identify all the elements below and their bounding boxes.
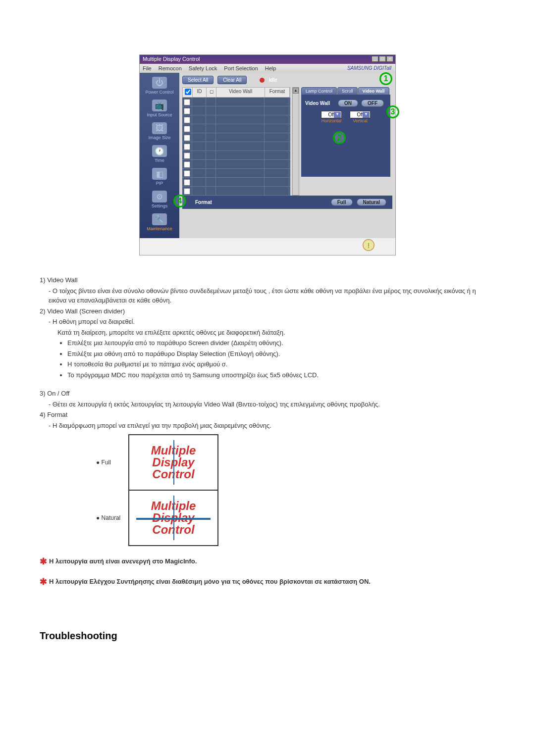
mdc-window: Multiple Display Control _ □ × File Remo… (139, 54, 396, 255)
chevron-down-icon: ▼ (334, 112, 341, 118)
clear-all-button[interactable]: Clear All (217, 76, 247, 84)
sidebar-item-power-control[interactable]: ⏻Power Control (140, 76, 179, 99)
sidebar: ⏻Power Control 📺Input Source 🖼Image Size… (140, 73, 179, 238)
scrollbar[interactable]: ▲ (292, 87, 299, 196)
chevron-down-icon: ▼ (363, 112, 370, 118)
menu-help[interactable]: Help (265, 65, 276, 71)
note-1: ✱Η λειτουργία αυτή είναι ανενεργή στο Ma… (40, 555, 495, 568)
sidebar-item-pip[interactable]: ◧PIP (140, 167, 179, 190)
item-4-text: - Η διαμόρφωση μπορεί να επιλεγεί για τη… (49, 421, 495, 431)
natural-button[interactable]: Natural (357, 199, 386, 206)
window-title: Multiple Display Control (143, 56, 200, 62)
callout-2: 2 (333, 131, 346, 144)
header-check[interactable] (183, 88, 193, 97)
format-natural-image: Multiple Display Control (136, 496, 211, 540)
vertical-label: Vertical (350, 118, 371, 123)
table-row[interactable] (182, 151, 290, 160)
item-1-text: - Ο τοίχος βίντεο είναι ένα σύνολο οθονώ… (49, 286, 495, 305)
table-row[interactable] (182, 124, 290, 133)
format-table: Full Multiple Display Control Natural (89, 434, 218, 546)
format-full-image: Multiple Display Control (136, 440, 211, 485)
note-2: ✱Η λειτουργία Ελέγχου Συντήρησης είναι δ… (40, 575, 495, 589)
header-format: Format (265, 88, 290, 97)
warning-icon: ! (362, 238, 375, 252)
input-icon: 📺 (152, 100, 167, 111)
table-row[interactable] (182, 160, 290, 169)
item-2-bullet-1: Επιλέξτε μια λειτουργία από το παράθυρο … (67, 338, 495, 348)
callout-4: 4 (173, 195, 186, 207)
format-full-label: Full (89, 435, 129, 490)
item-2-text-1: - Η οθόνη μπορεί να διαιρεθεί. (49, 317, 495, 327)
sidebar-item-time[interactable]: 🕐Time (140, 144, 179, 167)
item-3-text: - Θέτει σε λειτουργία ή εκτός λειτουργία… (49, 400, 495, 409)
item-4-heading: 4) Format (40, 410, 495, 420)
table-row[interactable] (182, 133, 290, 142)
right-panel: Lamp Control Scroll Video Wall 1 Video W… (301, 87, 390, 196)
item-2-heading: 2) Video Wall (Screen divider) (40, 306, 495, 316)
idle-indicator-icon (260, 78, 265, 83)
menu-file[interactable]: File (143, 65, 152, 71)
minimize-button[interactable]: _ (372, 56, 378, 62)
status-bar: ! (140, 238, 395, 255)
item-2-bullet-2: Επιλέξτε μια οθόνη από το παράθυρο Displ… (67, 349, 495, 359)
full-button[interactable]: Full (331, 199, 353, 206)
image-size-icon: 🖼 (152, 122, 167, 134)
idle-label: Idle (268, 77, 277, 83)
menu-safety-lock[interactable]: Safety Lock (189, 65, 217, 71)
video-wall-label: Video Wall (305, 101, 335, 106)
power-icon: ⏻ (152, 77, 167, 89)
format-label: Format (195, 200, 212, 205)
item-1-heading: 1) Video Wall (40, 275, 495, 285)
tab-video-wall[interactable]: Video Wall (358, 87, 389, 95)
svg-text:!: ! (367, 241, 370, 250)
header-video-wall: Video Wall (216, 88, 265, 97)
header-icon: ◻ (207, 88, 216, 97)
header-id: ID (193, 88, 207, 97)
on-button[interactable]: ON (338, 100, 358, 107)
tab-scroll[interactable]: Scroll (337, 87, 358, 95)
settings-icon: ⚙ (152, 191, 167, 202)
sidebar-item-maintenance[interactable]: 🔧Maintenance (140, 212, 179, 235)
table-row[interactable] (182, 169, 290, 178)
time-icon: 🕐 (152, 145, 167, 157)
table-row[interactable] (182, 106, 290, 115)
troubleshooting-heading: Troubleshooting (40, 628, 495, 643)
select-all-button[interactable]: Select All (182, 76, 214, 84)
callout-3: 3 (386, 105, 399, 118)
close-button[interactable]: × (386, 56, 393, 62)
table-row[interactable] (182, 115, 290, 124)
table-row[interactable] (182, 142, 290, 151)
off-button[interactable]: OFF (361, 100, 384, 107)
item-2-bullet-4: Το πρόγραμμα MDC που παρέχεται από τη Sa… (67, 370, 495, 380)
title-bar: Multiple Display Control _ □ × (140, 55, 395, 64)
table-row[interactable] (182, 178, 290, 187)
table-row[interactable] (182, 187, 290, 196)
table-row[interactable] (182, 98, 290, 106)
documentation-body: 1) Video Wall - Ο τοίχος βίντεο είναι έν… (40, 275, 495, 643)
menu-remocon[interactable]: Remocon (159, 65, 182, 71)
horizontal-select[interactable]: Off▼ (321, 111, 342, 118)
tab-lamp-control[interactable]: Lamp Control (301, 87, 337, 95)
menu-bar: File Remocon Safety Lock Port Selection … (140, 64, 395, 73)
maximize-button[interactable]: □ (379, 56, 386, 62)
horizontal-label: Horizontal (321, 118, 342, 123)
vertical-select[interactable]: Off▼ (350, 111, 371, 118)
item-2-text-2: Κατά τη διαίρεση, μπορείτε να επιλέξετε … (57, 328, 495, 338)
format-natural-label: Natural (89, 490, 129, 546)
star-icon: ✱ (40, 577, 47, 587)
item-2-bullet-3: Η τοποθεσία θα ρυθμιστεί με το πάτημα εν… (67, 359, 495, 369)
menu-port-selection[interactable]: Port Selection (224, 65, 258, 71)
callout-1: 1 (379, 72, 392, 85)
sidebar-item-image-size[interactable]: 🖼Image Size (140, 121, 179, 144)
display-table: ID ◻ Video Wall Format (182, 87, 290, 196)
maintenance-icon: 🔧 (152, 213, 167, 225)
brand-label: SAMSUNG DIGITall (347, 65, 391, 71)
item-3-heading: 3) On / Off (40, 389, 495, 399)
star-icon: ✱ (40, 556, 47, 566)
pip-icon: ◧ (152, 168, 167, 180)
sidebar-item-input-source[interactable]: 📺Input Source (140, 99, 179, 121)
